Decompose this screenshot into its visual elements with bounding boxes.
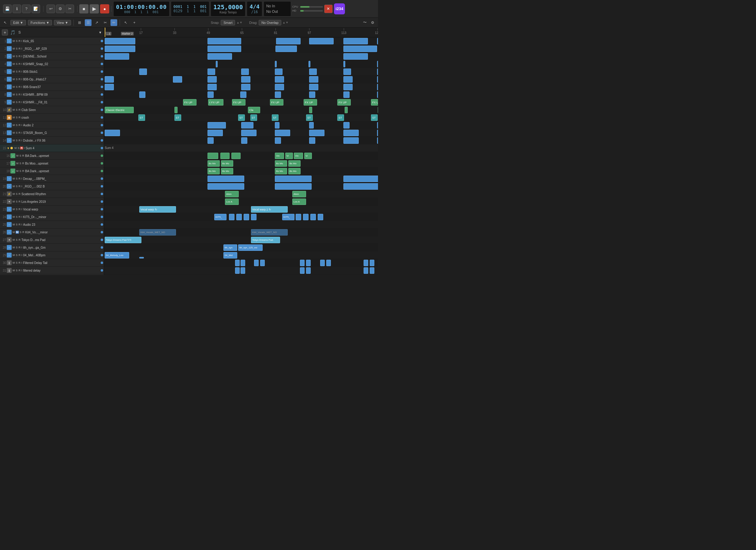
midi-block[interactable] [377, 84, 378, 90]
midi-block[interactable] [139, 92, 145, 98]
midi-block[interactable] [326, 260, 331, 266]
midi-block[interactable] [174, 107, 178, 113]
stop-button[interactable]: ■ [79, 4, 88, 13]
arrow-icon[interactable]: ↗ [93, 19, 100, 26]
midi-block[interactable] [240, 92, 246, 98]
track-1-name[interactable]: Kick_65 [23, 39, 100, 43]
midi-block[interactable] [343, 46, 377, 52]
midi-block[interactable] [208, 69, 215, 75]
midi-block[interactable] [318, 214, 323, 220]
midi-block[interactable] [275, 183, 312, 190]
midi-block[interactable] [343, 61, 345, 67]
plus-icon[interactable]: + [131, 19, 138, 26]
midi-block[interactable] [370, 268, 374, 274]
midi-block-fxup-4[interactable]: FX UP [270, 99, 283, 106]
midi-block-04mel1[interactable]: 04_Melody_Loo [105, 252, 129, 259]
midi-block[interactable] [300, 268, 305, 274]
help-icon[interactable]: ? [22, 5, 31, 13]
midi-block[interactable] [309, 84, 318, 90]
track-18-name[interactable]: BA Dark...upreset [25, 170, 100, 173]
track-31-name[interactable]: filtered delay [23, 269, 100, 272]
midi-block[interactable] [254, 260, 259, 266]
midi-block[interactable] [105, 46, 135, 52]
track-28-name[interactable]: tth_syn...ga_Gm [23, 246, 100, 249]
midi-block-st-3[interactable]: ST [238, 114, 245, 121]
track-26-mute[interactable]: M [16, 231, 19, 234]
info-icon[interactable]: ℹ [13, 5, 21, 13]
midi-block-st-7[interactable]: ST [337, 114, 344, 121]
avatar-button[interactable]: i234 [334, 3, 345, 14]
track-10-name[interactable]: Club Siren [21, 108, 100, 112]
midi-block[interactable] [320, 260, 325, 266]
track-22-name[interactable]: Los Angeles 2019 [21, 200, 100, 204]
pencil-icon[interactable]: ✏ [110, 19, 117, 26]
pointer-icon[interactable]: ↖ [122, 19, 129, 26]
midi-block-st-8[interactable]: ST [371, 114, 378, 121]
track-24-name[interactable]: KIT5_Dr..._minor [23, 215, 100, 219]
midi-block[interactable] [378, 107, 378, 113]
track-19-name[interactable]: Decap_...0BPM_ [23, 177, 100, 181]
scissors-icon[interactable]: ✂ [102, 19, 109, 26]
midi-block-bsmo3[interactable]: Bs Mo [275, 160, 287, 167]
midi-block[interactable] [364, 260, 368, 266]
midi-block[interactable] [309, 69, 317, 75]
midi-block[interactable] [241, 268, 245, 274]
midi-block[interactable] [309, 130, 324, 136]
track-4-name[interactable]: KSHMR_Snap_02 [23, 62, 100, 66]
midi-block[interactable] [208, 137, 214, 144]
track-11-name[interactable]: crash [21, 116, 100, 119]
midi-block[interactable] [343, 183, 378, 190]
add-track-button[interactable]: + [2, 29, 8, 36]
midi-block[interactable] [309, 38, 334, 44]
save-icon[interactable]: 💾 [3, 5, 12, 13]
midi-block[interactable] [275, 176, 312, 182]
track-20-name[interactable]: _RGD_....002 B [23, 185, 100, 188]
midi-block-alien1[interactable]: Alien [225, 191, 239, 197]
midi-block-losa2[interactable]: Los A [292, 199, 306, 205]
midi-block-kit4-1[interactable]: Kit4_Vocals_WET_NO [139, 229, 176, 236]
midi-block[interactable] [208, 183, 244, 190]
midi-block[interactable] [377, 92, 378, 98]
cut-icon[interactable]: ✂ [65, 5, 74, 13]
midi-block[interactable] [370, 260, 374, 266]
midi-block[interactable] [105, 130, 120, 136]
track-16-name[interactable]: BA Dark...upreset [25, 154, 100, 158]
midi-block-fxup-3[interactable]: FX UP [232, 99, 245, 106]
grid-icon[interactable]: ⊞ [76, 19, 83, 26]
midi-block[interactable] [309, 92, 315, 98]
tempo-display[interactable]: 125,0000 Keep Tempo [211, 1, 245, 17]
midi-block[interactable] [216, 61, 218, 67]
midi-block[interactable] [377, 76, 378, 83]
midi-block[interactable] [377, 130, 378, 136]
track-6-name[interactable]: 808-Op...iHats17 [23, 78, 100, 81]
edit-menu[interactable]: Edit ▼ [10, 20, 26, 25]
midi-block[interactable] [229, 214, 234, 220]
midi-block[interactable] [208, 84, 217, 90]
midi-block-bsmo2[interactable]: Bs Mo [221, 160, 233, 167]
midi-block-vocalwarp1[interactable]: Vocal warp ↻ [139, 206, 176, 213]
midi-block-tth2[interactable]: tth_syn_125_voi [238, 245, 263, 251]
midi-block-tokyo1[interactable]: Tokyo Dreams Pad ↻↻ [105, 237, 141, 243]
midi-block[interactable] [208, 176, 244, 182]
midi-block[interactable] [235, 268, 240, 274]
midi-block-bsmo6[interactable]: Bs Mo [221, 168, 233, 174]
beats-display[interactable]: 0001 1 1 001 0129 1 1 001 [171, 1, 209, 17]
track-15-name[interactable]: Sum 4 [25, 147, 100, 150]
midi-block-fxup-6[interactable]: FX UP [337, 99, 351, 106]
midi-block[interactable] [343, 53, 368, 60]
time-sig-display[interactable]: 4/4 /16 [247, 1, 262, 17]
midi-block[interactable] [235, 260, 240, 266]
midi-block[interactable] [276, 38, 301, 44]
group-expand[interactable]: ▼ [7, 147, 10, 150]
midi-block-st-4[interactable]: ST [250, 114, 257, 121]
track-9-name[interactable]: KSHMR..._Fill_01 [23, 101, 100, 104]
track-23-name[interactable]: Vocal warp [23, 208, 100, 211]
midi-block[interactable] [275, 137, 281, 144]
midi-block[interactable] [343, 92, 350, 98]
midi-block[interactable] [173, 76, 182, 83]
settings-icon[interactable]: ⚙ [369, 19, 376, 26]
midi-block-vocalwarp2[interactable]: Vocal warp.1 ↻ [251, 206, 288, 213]
close-icon[interactable]: ✕ [324, 5, 333, 13]
midi-block[interactable] [105, 84, 114, 90]
no-in-out-display[interactable]: No In No Out [264, 1, 291, 17]
